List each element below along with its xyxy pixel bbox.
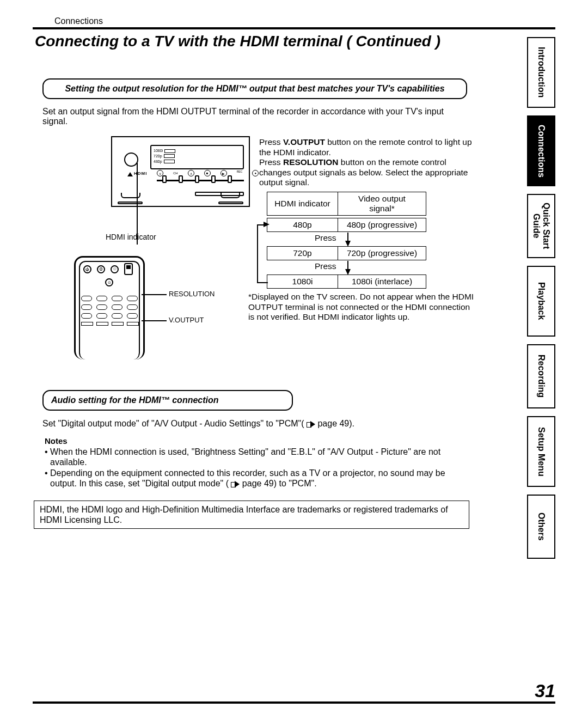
remote-btn-1: ⏻ (83, 265, 91, 273)
header-rule (33, 27, 555, 29)
tab-setup-menu: Setup Menu (527, 416, 555, 487)
device-display: 1080i 720p 480p (150, 145, 244, 169)
signal-row-1080i: 1080i1080i (interlace) (267, 274, 426, 289)
press-label-1: Press (315, 233, 336, 243)
ch-up-icon: ∧ (188, 170, 194, 176)
notes-heading: Notes (45, 436, 468, 446)
tab-playback: Playback (527, 266, 555, 337)
label-hdmi-indicator: HDMI indicator (106, 233, 156, 241)
label-resolution-btn: RESOLUTION (169, 290, 215, 298)
signal-row-480p: 480p480p (progressive) (267, 218, 426, 232)
tab-introduction: Introduction (527, 37, 555, 108)
tab-recording: Recording (527, 344, 555, 408)
footer-rule (33, 701, 555, 704)
hdmi-panel-label: HDMI (134, 171, 147, 176)
header-section-label: Connections (33, 16, 555, 27)
trademark-notice: HDMI, the HDMI logo and High-Definition … (34, 501, 469, 529)
device-front-panel: 1080i 720p 480p HDMI ∨ CH ∧ ■ ▶ REC ● (111, 136, 250, 207)
tab-connections: Connections (527, 115, 555, 186)
note-item: When the HDMI connection is used, "Brigh… (45, 447, 469, 467)
page-number: 31 (535, 680, 555, 701)
up-triangle-icon (127, 172, 133, 176)
section-intro: Set an output signal from the HDMI OUTPU… (33, 107, 468, 126)
label-voutput-btn: V.OUTPUT (169, 316, 204, 324)
section-heading-audio: Audio setting for the HDMI™ connection (42, 390, 293, 411)
side-tabs: Introduction Connections Quick Start Gui… (527, 37, 555, 566)
arrow-down-icon (345, 241, 351, 247)
remote-btn-center: ⊙ (105, 278, 113, 286)
arrow-down-icon (345, 269, 351, 275)
press-label-2: Press (315, 261, 336, 271)
signal-table-header: HDMI indicatorVideo output signal* (267, 192, 426, 216)
play-icon: ▶ (220, 170, 227, 176)
rec-icon: ● (252, 170, 259, 176)
remote-btn-3: ⦾ (111, 265, 119, 273)
page-ref-arrow-icon (231, 481, 240, 487)
tab-others: Others (527, 495, 555, 559)
tab-quick-start-guide: Quick Start Guide (527, 194, 555, 258)
signal-row-720p: 720p720p (progressive) (267, 246, 426, 260)
note-item: Depending on the equipment connected to … (45, 468, 469, 489)
audio-setting-text: Set "Digital output mode" of "A/V Output… (42, 418, 467, 429)
stop-icon: ■ (204, 170, 211, 176)
instruction-text: Press V.OUTPUT button on the remote cont… (259, 137, 477, 188)
notes-list: When the HDMI connection is used, "Brigh… (45, 447, 469, 489)
remote-btn-2: ⦿ (97, 265, 105, 273)
arrow-right-icon (264, 222, 270, 227)
page-title: Connecting to a TV with the HDMI termina… (33, 33, 555, 54)
remote-switch (124, 263, 133, 275)
page-ref-arrow-icon (307, 421, 315, 428)
section-heading-resolution: Setting the output resolution for the HD… (42, 78, 467, 99)
table-footnote: *Displayed on the TV screen. Do not appe… (248, 292, 477, 322)
diagram-area: 1080i 720p 480p HDMI ∨ CH ∧ ■ ▶ REC ● (42, 136, 478, 370)
remote-control: ⏻ ⦿ ⦾ ⊙ (74, 256, 145, 359)
